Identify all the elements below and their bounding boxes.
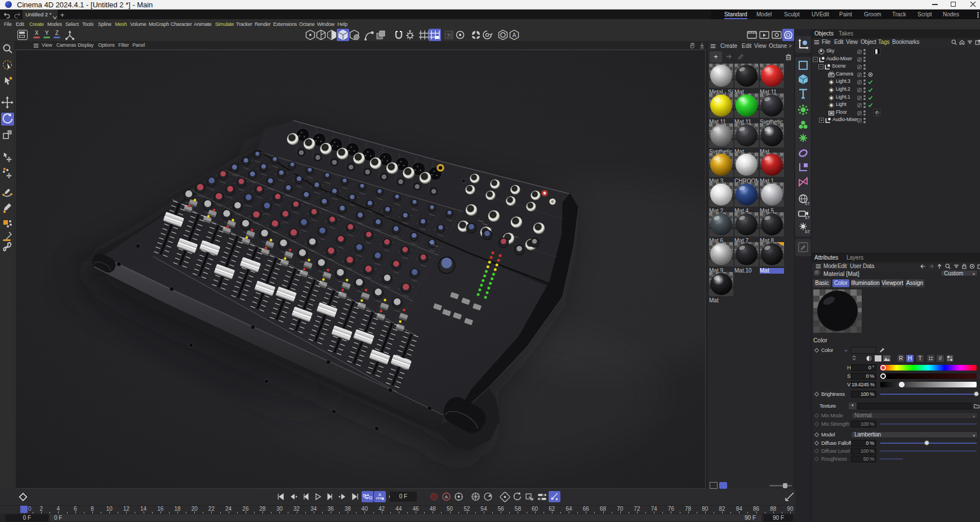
svg-text:ST: ST <box>805 202 810 206</box>
svg-text:ST: ST <box>805 230 810 234</box>
svg-text:A: A <box>378 492 382 497</box>
svg-text:A: A <box>445 494 448 499</box>
svg-text:A: A <box>513 32 516 38</box>
svg-text:ST: ST <box>805 216 810 220</box>
